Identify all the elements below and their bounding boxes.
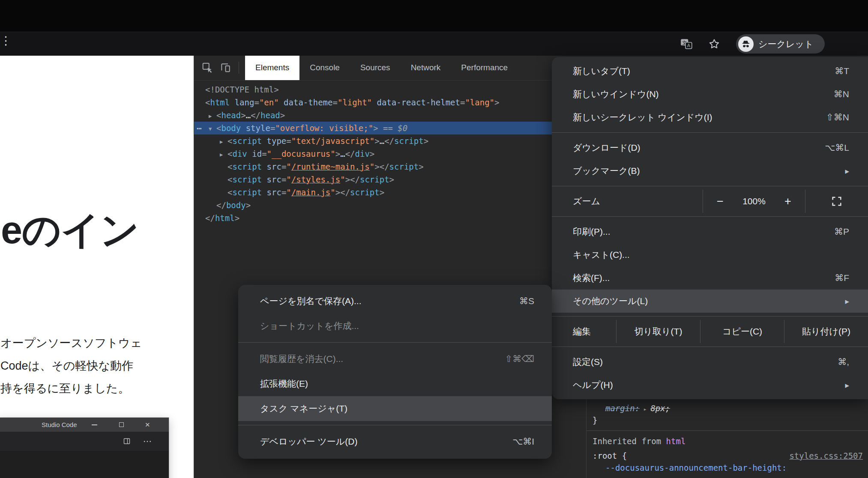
expand-arrow-icon[interactable]: ▶ <box>209 110 216 122</box>
zoom-level: 100% <box>737 190 771 213</box>
tab-network[interactable]: Network <box>401 55 451 80</box>
inherited-node-link[interactable]: html <box>666 436 686 446</box>
zoom-in-button[interactable]: + <box>771 190 805 213</box>
menu-item-find[interactable]: 検索(F)... ⌘F <box>552 266 868 290</box>
more-tools-submenu: ページを別名で保存(A)... ⌘S ショートカットを作成... 閲覧履歴を消去… <box>238 285 552 459</box>
menu-separator <box>552 132 868 133</box>
browser-window: 文 A シークレット ⋮ eのイン <box>0 0 868 478</box>
expand-arrow-icon[interactable]: ▶ <box>220 135 227 148</box>
more-actions-icon: ⋯ <box>143 432 152 451</box>
submenu-item-extensions[interactable]: 拡張機能(E) <box>238 371 552 396</box>
split-editor-icon <box>123 438 130 446</box>
paragraph-line: Codeは、その軽快な動作 <box>0 355 142 377</box>
menu-item-bookmarks[interactable]: ブックマーク(B) ▸ <box>552 159 868 182</box>
menu-separator <box>552 216 868 217</box>
vscode-window-title: Studio Code <box>42 418 77 432</box>
submenu-arrow-icon: ▸ <box>845 166 849 176</box>
submenu-item-save-page-as[interactable]: ページを別名で保存(A)... ⌘S <box>238 289 552 314</box>
styles-separator <box>587 430 868 431</box>
menu-item-new-tab[interactable]: 新しいタブ(T) ⌘T <box>552 60 868 83</box>
copy-button[interactable]: コピー(C) <box>700 320 784 343</box>
toolbar-divider <box>239 62 239 74</box>
page-title: eのイン <box>1 204 139 257</box>
menu-separator <box>552 316 868 317</box>
browser-menu-button[interactable]: ⋮ <box>0 34 12 47</box>
paste-button[interactable]: 貼り付け(P) <box>784 320 868 343</box>
paragraph-line: 持を得るに至りました。 <box>0 377 142 400</box>
inherited-from-label: Inherited from html <box>587 435 868 447</box>
css-rule-selector[interactable]: :root {styles.css:2507 <box>587 450 868 462</box>
css-property-overridden[interactable]: margin: ▸ 8px; <box>587 402 868 414</box>
menu-item-new-incognito-window[interactable]: 新しいシークレット ウインドウ(I) ⇧⌘N <box>552 106 868 129</box>
css-close-brace: } <box>587 414 868 426</box>
web-page-content: eのイン オープンソースソフトウェ Codeは、その軽快な動作 持を得るに至りま… <box>0 55 194 478</box>
submenu-arrow-icon: ▸ <box>845 296 849 306</box>
menu-item-new-window[interactable]: 新しいウインドウ(N) ⌘N <box>552 83 868 106</box>
inspect-element-icon[interactable] <box>202 62 213 73</box>
menu-item-cast[interactable]: キャスト(C)... <box>552 243 868 266</box>
close-icon: ✕ <box>145 418 150 432</box>
styles-content: margin: ▸ 8px; } Inherited from html :ro… <box>587 402 868 474</box>
edit-label: 編集 <box>552 320 616 343</box>
device-toolbar-icon[interactable] <box>220 62 231 73</box>
vscode-titlebar: Studio Code ✕ <box>0 418 169 432</box>
bookmark-star-icon[interactable] <box>708 38 721 51</box>
css-custom-property[interactable]: --docusaurus-announcement-bar-height: <box>587 462 868 474</box>
tab-console[interactable]: Console <box>299 55 350 80</box>
cut-button[interactable]: 切り取り(T) <box>616 320 700 343</box>
vscode-screenshot: Studio Code ✕ ⋯ avaScript, Python, PHP, … <box>0 418 169 478</box>
incognito-icon <box>738 36 754 52</box>
submenu-item-developer-tools[interactable]: デベロッパー ツール(D) ⌥⌘I <box>238 429 552 454</box>
node-more-actions-icon[interactable]: ⋯ <box>197 122 202 134</box>
tab-performance[interactable]: Performance <box>451 55 518 80</box>
translate-icon[interactable]: 文 A <box>679 37 693 51</box>
submenu-item-create-shortcut: ショートカットを作成... <box>238 314 552 338</box>
svg-text:A: A <box>687 43 691 48</box>
menu-item-more-tools[interactable]: その他のツール(L) ▸ <box>552 290 868 313</box>
menu-separator <box>552 186 868 186</box>
menu-item-edit-group: 編集 切り取り(T) コピー(C) 貼り付け(P) <box>552 320 868 343</box>
tab-sources[interactable]: Sources <box>350 55 401 80</box>
expand-arrow-icon[interactable]: ▶ <box>220 148 227 161</box>
tab-strip <box>0 0 868 32</box>
page-paragraph: オープンソースソフトウェ Codeは、その軽快な動作 持を得るに至りました。 <box>0 332 142 400</box>
fullscreen-icon[interactable] <box>805 190 868 213</box>
submenu-item-clear-browsing-data: 閲覧履歴を消去(C)... ⇧⌘⌫ <box>238 347 552 371</box>
submenu-arrow-icon: ▸ <box>845 380 849 390</box>
menu-item-settings[interactable]: 設定(S) ⌘, <box>552 350 868 373</box>
incognito-label: シークレット <box>758 38 813 50</box>
stylesheet-source-link[interactable]: styles.css:2507 <box>789 450 863 462</box>
zoom-out-button[interactable]: − <box>703 190 737 213</box>
menu-item-zoom: ズーム − 100% + <box>552 190 868 213</box>
paragraph-line: オープンソースソフトウェ <box>0 332 142 355</box>
vscode-tabbar: ⋯ <box>0 432 169 451</box>
incognito-badge: シークレット <box>736 34 825 54</box>
menu-item-print[interactable]: 印刷(P)... ⌘P <box>552 220 868 243</box>
menu-separator <box>238 342 552 343</box>
menu-item-downloads[interactable]: ダウンロード(D) ⌥⌘L <box>552 136 868 159</box>
minimize-icon <box>92 424 97 425</box>
tab-elements[interactable]: Elements <box>245 55 299 80</box>
menu-separator <box>238 425 552 425</box>
browser-toolbar: 文 A シークレット ⋮ <box>0 32 868 56</box>
browser-main-menu: 新しいタブ(T) ⌘T 新しいウインドウ(N) ⌘N 新しいシークレット ウイン… <box>552 57 868 399</box>
collapse-arrow-icon[interactable]: ▼ <box>209 122 216 135</box>
submenu-item-task-manager[interactable]: タスク マネージャ(T) <box>238 396 552 421</box>
maximize-icon <box>119 422 124 427</box>
menu-item-help[interactable]: ヘルプ(H) ▸ <box>552 373 868 397</box>
menu-separator <box>552 347 868 347</box>
shorthand-expand-icon[interactable]: ▸ <box>640 406 650 412</box>
